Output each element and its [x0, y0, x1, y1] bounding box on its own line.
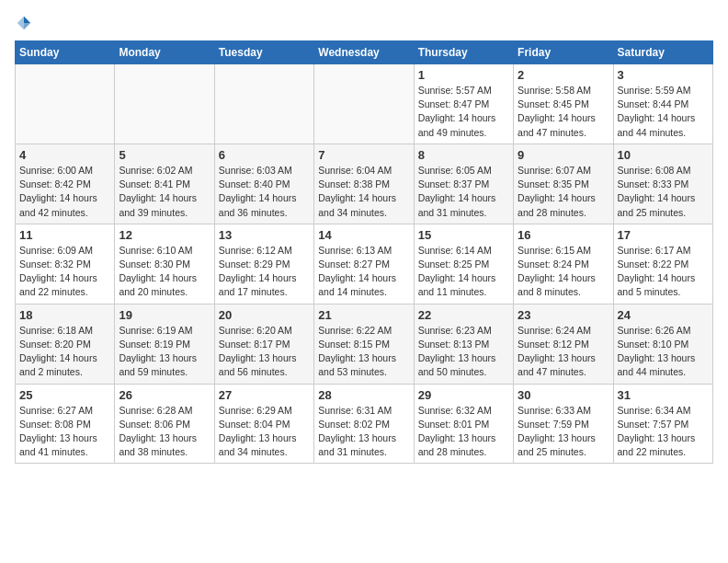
day-info: Sunrise: 6:24 AM Sunset: 8:12 PM Dayligh… [518, 324, 609, 380]
day-number: 2 [518, 68, 609, 82]
day-info: Sunrise: 6:18 AM Sunset: 8:20 PM Dayligh… [19, 324, 110, 380]
day-info: Sunrise: 6:22 AM Sunset: 8:15 PM Dayligh… [318, 324, 409, 380]
weekday-header: Saturday [613, 41, 712, 64]
day-number: 25 [19, 388, 110, 402]
calendar-cell: 23Sunrise: 6:24 AM Sunset: 8:12 PM Dayli… [514, 304, 613, 384]
page-header [15, 15, 713, 31]
calendar-cell: 5Sunrise: 6:02 AM Sunset: 8:41 PM Daylig… [115, 144, 214, 224]
calendar-cell: 6Sunrise: 6:03 AM Sunset: 8:40 PM Daylig… [214, 144, 313, 224]
day-number: 27 [219, 388, 310, 402]
calendar-week-row: 25Sunrise: 6:27 AM Sunset: 8:08 PM Dayli… [16, 384, 713, 464]
day-number: 30 [518, 388, 609, 402]
calendar-header-row: SundayMondayTuesdayWednesdayThursdayFrid… [16, 41, 713, 64]
day-number: 29 [418, 388, 509, 402]
calendar-cell: 20Sunrise: 6:20 AM Sunset: 8:17 PM Dayli… [214, 304, 313, 384]
weekday-header: Sunday [16, 41, 115, 64]
calendar-cell: 13Sunrise: 6:12 AM Sunset: 8:29 PM Dayli… [214, 224, 313, 304]
day-info: Sunrise: 6:26 AM Sunset: 8:10 PM Dayligh… [618, 324, 709, 380]
calendar-table: SundayMondayTuesdayWednesdayThursdayFrid… [15, 40, 713, 464]
calendar-cell: 27Sunrise: 6:29 AM Sunset: 8:04 PM Dayli… [214, 384, 313, 464]
day-info: Sunrise: 5:57 AM Sunset: 8:47 PM Dayligh… [418, 84, 509, 140]
day-number: 11 [19, 228, 110, 242]
calendar-cell: 31Sunrise: 6:34 AM Sunset: 7:57 PM Dayli… [613, 384, 712, 464]
svg-marker-2 [17, 17, 24, 29]
day-number: 22 [418, 308, 509, 322]
day-info: Sunrise: 6:15 AM Sunset: 8:24 PM Dayligh… [518, 244, 609, 300]
weekday-header: Friday [514, 41, 613, 64]
day-number: 28 [318, 388, 409, 402]
svg-marker-1 [24, 23, 30, 29]
day-number: 10 [618, 148, 709, 162]
day-info: Sunrise: 6:07 AM Sunset: 8:35 PM Dayligh… [518, 164, 609, 220]
day-info: Sunrise: 6:12 AM Sunset: 8:29 PM Dayligh… [219, 244, 310, 300]
day-number: 17 [618, 228, 709, 242]
calendar-cell [214, 64, 313, 144]
day-info: Sunrise: 6:29 AM Sunset: 8:04 PM Dayligh… [219, 404, 310, 460]
day-number: 12 [119, 228, 210, 242]
day-number: 3 [618, 68, 709, 82]
calendar-cell: 8Sunrise: 6:05 AM Sunset: 8:37 PM Daylig… [414, 144, 513, 224]
day-info: Sunrise: 6:00 AM Sunset: 8:42 PM Dayligh… [19, 164, 110, 220]
day-number: 26 [119, 388, 210, 402]
calendar-cell: 2Sunrise: 5:58 AM Sunset: 8:45 PM Daylig… [514, 64, 613, 144]
weekday-header: Monday [115, 41, 214, 64]
calendar-week-row: 11Sunrise: 6:09 AM Sunset: 8:32 PM Dayli… [16, 224, 713, 304]
day-info: Sunrise: 6:05 AM Sunset: 8:37 PM Dayligh… [418, 164, 509, 220]
weekday-header: Wednesday [314, 41, 414, 64]
day-info: Sunrise: 6:08 AM Sunset: 8:33 PM Dayligh… [618, 164, 709, 220]
calendar-cell: 3Sunrise: 5:59 AM Sunset: 8:44 PM Daylig… [613, 64, 712, 144]
day-info: Sunrise: 6:32 AM Sunset: 8:01 PM Dayligh… [418, 404, 509, 460]
day-info: Sunrise: 6:34 AM Sunset: 7:57 PM Dayligh… [618, 404, 709, 460]
day-number: 19 [119, 308, 210, 322]
day-number: 31 [618, 388, 709, 402]
day-info: Sunrise: 6:03 AM Sunset: 8:40 PM Dayligh… [219, 164, 310, 220]
calendar-cell: 14Sunrise: 6:13 AM Sunset: 8:27 PM Dayli… [314, 224, 414, 304]
calendar-cell: 21Sunrise: 6:22 AM Sunset: 8:15 PM Dayli… [314, 304, 414, 384]
calendar-cell: 22Sunrise: 6:23 AM Sunset: 8:13 PM Dayli… [414, 304, 513, 384]
day-number: 4 [19, 148, 110, 162]
day-info: Sunrise: 6:27 AM Sunset: 8:08 PM Dayligh… [19, 404, 110, 460]
day-info: Sunrise: 6:04 AM Sunset: 8:38 PM Dayligh… [318, 164, 409, 220]
day-number: 13 [219, 228, 310, 242]
calendar-cell: 9Sunrise: 6:07 AM Sunset: 8:35 PM Daylig… [514, 144, 613, 224]
day-number: 1 [418, 68, 509, 82]
day-info: Sunrise: 6:33 AM Sunset: 7:59 PM Dayligh… [518, 404, 609, 460]
day-number: 21 [318, 308, 409, 322]
day-info: Sunrise: 6:19 AM Sunset: 8:19 PM Dayligh… [119, 324, 210, 380]
day-info: Sunrise: 6:10 AM Sunset: 8:30 PM Dayligh… [119, 244, 210, 300]
calendar-week-row: 1Sunrise: 5:57 AM Sunset: 8:47 PM Daylig… [16, 64, 713, 144]
calendar-cell: 15Sunrise: 6:14 AM Sunset: 8:25 PM Dayli… [414, 224, 513, 304]
calendar-cell: 16Sunrise: 6:15 AM Sunset: 8:24 PM Dayli… [514, 224, 613, 304]
logo [15, 15, 33, 31]
calendar-cell: 24Sunrise: 6:26 AM Sunset: 8:10 PM Dayli… [613, 304, 712, 384]
calendar-cell [16, 64, 115, 144]
calendar-cell: 28Sunrise: 6:31 AM Sunset: 8:02 PM Dayli… [314, 384, 414, 464]
day-info: Sunrise: 6:17 AM Sunset: 8:22 PM Dayligh… [618, 244, 709, 300]
calendar-cell: 1Sunrise: 5:57 AM Sunset: 8:47 PM Daylig… [414, 64, 513, 144]
calendar-week-row: 4Sunrise: 6:00 AM Sunset: 8:42 PM Daylig… [16, 144, 713, 224]
calendar-cell: 10Sunrise: 6:08 AM Sunset: 8:33 PM Dayli… [613, 144, 712, 224]
day-info: Sunrise: 6:28 AM Sunset: 8:06 PM Dayligh… [119, 404, 210, 460]
calendar-cell [314, 64, 414, 144]
calendar-cell: 12Sunrise: 6:10 AM Sunset: 8:30 PM Dayli… [115, 224, 214, 304]
calendar-week-row: 18Sunrise: 6:18 AM Sunset: 8:20 PM Dayli… [16, 304, 713, 384]
day-number: 5 [119, 148, 210, 162]
day-info: Sunrise: 6:23 AM Sunset: 8:13 PM Dayligh… [418, 324, 509, 380]
calendar-cell: 29Sunrise: 6:32 AM Sunset: 8:01 PM Dayli… [414, 384, 513, 464]
day-info: Sunrise: 6:31 AM Sunset: 8:02 PM Dayligh… [318, 404, 409, 460]
calendar-cell: 18Sunrise: 6:18 AM Sunset: 8:20 PM Dayli… [16, 304, 115, 384]
calendar-cell: 19Sunrise: 6:19 AM Sunset: 8:19 PM Dayli… [115, 304, 214, 384]
svg-marker-0 [24, 17, 30, 23]
weekday-header: Thursday [414, 41, 513, 64]
day-info: Sunrise: 6:09 AM Sunset: 8:32 PM Dayligh… [19, 244, 110, 300]
logo-icon [16, 15, 32, 31]
calendar-cell: 30Sunrise: 6:33 AM Sunset: 7:59 PM Dayli… [514, 384, 613, 464]
day-number: 8 [418, 148, 509, 162]
day-number: 7 [318, 148, 409, 162]
calendar-cell: 26Sunrise: 6:28 AM Sunset: 8:06 PM Dayli… [115, 384, 214, 464]
day-number: 16 [518, 228, 609, 242]
day-number: 24 [618, 308, 709, 322]
day-info: Sunrise: 6:14 AM Sunset: 8:25 PM Dayligh… [418, 244, 509, 300]
day-number: 9 [518, 148, 609, 162]
calendar-cell: 25Sunrise: 6:27 AM Sunset: 8:08 PM Dayli… [16, 384, 115, 464]
